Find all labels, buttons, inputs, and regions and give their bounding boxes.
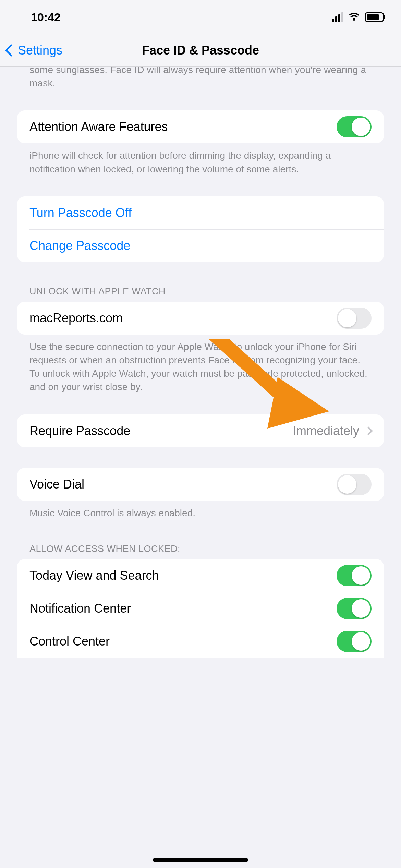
page-title: Face ID & Passcode [142, 43, 259, 58]
home-indicator [153, 858, 248, 862]
apple-watch-label: macReports.com [29, 311, 123, 325]
allow-access-header: ALLOW ACCESS WHEN LOCKED: [17, 544, 384, 554]
back-label: Settings [18, 43, 62, 58]
battery-icon [365, 12, 384, 22]
back-button[interactable]: Settings [0, 43, 62, 58]
voice-dial-footer: Music Voice Control is always enabled. [17, 501, 384, 520]
apple-watch-footer: Use the secure connection to your Apple … [17, 335, 384, 394]
cellular-icon [332, 12, 343, 22]
apple-watch-toggle[interactable] [337, 308, 372, 329]
attention-aware-toggle[interactable] [337, 116, 372, 137]
require-passcode-label: Require Passcode [29, 424, 130, 438]
nav-bar: Settings Face ID & Passcode [0, 34, 401, 67]
notification-center-label: Notification Center [29, 601, 131, 616]
turn-passcode-off-button[interactable]: Turn Passcode Off [17, 196, 384, 229]
voice-dial-row[interactable]: Voice Dial [17, 468, 384, 501]
voice-dial-label: Voice Dial [29, 477, 84, 492]
control-center-row[interactable]: Control Center [29, 625, 384, 658]
turn-passcode-off-label: Turn Passcode Off [29, 206, 132, 220]
wifi-icon [348, 13, 360, 22]
previous-section-footer: some sunglasses. Face ID will always req… [17, 63, 384, 90]
status-icons [332, 12, 384, 22]
require-passcode-group: Require Passcode Immediately [17, 414, 384, 447]
attention-aware-group: Attention Aware Features [17, 110, 384, 143]
change-passcode-label: Change Passcode [29, 239, 130, 253]
notification-center-toggle[interactable] [337, 598, 372, 619]
status-time: 10:42 [31, 11, 61, 24]
today-view-toggle[interactable] [337, 565, 372, 586]
apple-watch-header: UNLOCK WITH APPLE WATCH [17, 286, 384, 297]
control-center-toggle[interactable] [337, 631, 372, 652]
apple-watch-group: macReports.com [17, 302, 384, 335]
change-passcode-button[interactable]: Change Passcode [29, 229, 384, 262]
apple-watch-row[interactable]: macReports.com [17, 302, 384, 335]
require-passcode-value: Immediately [293, 424, 359, 438]
require-passcode-row[interactable]: Require Passcode Immediately [17, 414, 384, 447]
voice-dial-group: Voice Dial [17, 468, 384, 501]
today-view-label: Today View and Search [29, 568, 159, 583]
attention-aware-footer: iPhone will check for attention before d… [17, 143, 384, 176]
control-center-label: Control Center [29, 634, 110, 649]
today-view-row[interactable]: Today View and Search [17, 559, 384, 592]
chevron-right-icon [364, 426, 373, 435]
allow-access-group: Today View and Search Notification Cente… [17, 559, 384, 658]
voice-dial-toggle[interactable] [337, 474, 372, 495]
chevron-left-icon [5, 44, 18, 57]
passcode-actions-group: Turn Passcode Off Change Passcode [17, 196, 384, 262]
attention-aware-row[interactable]: Attention Aware Features [17, 110, 384, 143]
notification-center-row[interactable]: Notification Center [29, 592, 384, 625]
attention-aware-label: Attention Aware Features [29, 120, 168, 134]
status-bar: 10:42 [0, 0, 401, 34]
